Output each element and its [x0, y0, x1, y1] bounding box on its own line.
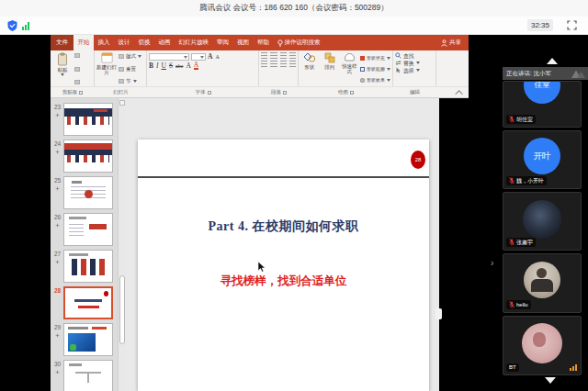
tab-file[interactable]: 文件: [51, 35, 74, 50]
indent-icon[interactable]: [280, 52, 287, 59]
slide-thumbnail-30[interactable]: [63, 360, 113, 391]
ribbon-group-labels: 剪贴板 幻灯片 字体 段落 绘图 编辑: [51, 87, 469, 98]
align-center-icon[interactable]: [270, 61, 277, 67]
scroll-down-icon[interactable]: [545, 377, 556, 384]
thumbnail-art: [92, 327, 107, 330]
fullscreen-icon[interactable]: [567, 20, 577, 30]
font-color-button[interactable]: A: [194, 61, 198, 70]
copy-icon[interactable]: [74, 67, 80, 72]
network-signal-icon[interactable]: [22, 22, 29, 30]
quick-styles-button[interactable]: 快速样式: [340, 52, 358, 85]
participant-tile[interactable]: 开叶 魏，小开叶: [503, 130, 582, 189]
slide-subtitle[interactable]: 寻找榜样，找到合适单位: [138, 274, 429, 289]
powerpoint-window: 文件 开始 插入 设计 切换 动画 幻灯片放映 审阅 视图 帮助 操作说明搜索 …: [51, 35, 469, 391]
paste-button[interactable]: 粘贴: [52, 52, 73, 85]
protection-shield-icon[interactable]: [7, 20, 17, 31]
participant-tile[interactable]: hello: [503, 253, 582, 313]
dropdown-caret-icon: [416, 69, 420, 72]
new-slide-button[interactable]: 新建幻灯片: [96, 52, 117, 85]
strikethrough-button[interactable]: abc: [175, 63, 183, 69]
slide-thumbnail-27[interactable]: [63, 250, 113, 283]
numbering-icon[interactable]: [270, 52, 277, 59]
grow-font-button[interactable]: A: [208, 52, 212, 61]
thumbnails-scrollbar[interactable]: [118, 98, 126, 391]
slide-thumbnail-26[interactable]: [63, 213, 113, 246]
cut-icon[interactable]: [74, 53, 80, 58]
reset-icon: [119, 67, 124, 72]
slide-thumbnail-23[interactable]: [63, 103, 113, 136]
animation-star-icon: [55, 186, 60, 191]
tab-help[interactable]: 帮助: [254, 35, 274, 50]
collapse-ribbon-icon[interactable]: [455, 90, 462, 97]
slide-item-24: 24: [51, 139, 118, 175]
format-painter-icon[interactable]: [74, 80, 80, 84]
shapes-label: 形状: [304, 64, 314, 70]
tab-animations[interactable]: 动画: [154, 35, 175, 50]
slide-thumbnail-29[interactable]: [63, 323, 113, 356]
character-spacing-button[interactable]: A: [186, 61, 190, 70]
font-size-select[interactable]: [191, 53, 206, 61]
participant-tile[interactable]: BT: [503, 316, 582, 375]
tellme-label: 操作说明搜索: [285, 39, 321, 47]
speaking-indicator: 正在讲话: 沈小军: [503, 67, 588, 80]
bold-button[interactable]: B: [149, 61, 153, 70]
dialog-launcher-icon[interactable]: [79, 91, 83, 95]
slide-title[interactable]: Part 4. 在校期间如何求职: [138, 218, 429, 235]
align-left-icon[interactable]: [261, 61, 267, 67]
layout-button[interactable]: 版式: [119, 53, 141, 60]
participant-name: 胡佳室: [516, 117, 533, 123]
shape-fill-icon: [360, 56, 365, 61]
participant-name: 魏，小开叶: [516, 178, 544, 184]
replace-button[interactable]: 替换: [395, 60, 434, 66]
current-slide[interactable]: 28 Part 4. 在校期间如何求职 寻找榜样，找到合适单位: [138, 140, 429, 391]
italic-button[interactable]: I: [156, 61, 159, 70]
canvas-scrollbar-thumb[interactable]: [435, 308, 442, 319]
participant-name: 张鑫宇: [516, 240, 533, 246]
section-button[interactable]: 节: [119, 78, 141, 84]
thumbnail-art: [87, 372, 89, 383]
underline-button[interactable]: U: [162, 61, 166, 70]
dialog-launcher-icon[interactable]: [208, 91, 211, 95]
bullets-icon[interactable]: [261, 52, 267, 59]
tab-view[interactable]: 视图: [233, 35, 254, 50]
shape-effects-button[interactable]: 形状效果: [360, 77, 390, 83]
line-spacing-icon[interactable]: [289, 52, 296, 59]
scrollbar-button[interactable]: [119, 100, 125, 106]
participant-tile[interactable]: 张鑫宇: [503, 192, 582, 251]
animation-star-icon: [55, 333, 60, 338]
tab-transitions[interactable]: 切换: [134, 35, 154, 50]
dialog-launcher-icon[interactable]: [350, 91, 354, 95]
shapes-button[interactable]: 形状: [300, 52, 319, 85]
shape-fill-button[interactable]: 形状填充: [360, 55, 390, 61]
slide-thumbnail-24[interactable]: [63, 140, 113, 173]
shadow-button[interactable]: S: [169, 61, 173, 70]
find-button[interactable]: 查找: [395, 52, 434, 59]
slide-thumbnail-25[interactable]: [63, 176, 113, 209]
tab-insert[interactable]: 插入: [94, 35, 114, 50]
align-right-icon[interactable]: [280, 61, 287, 67]
reset-button[interactable]: 重置: [119, 66, 141, 73]
tab-review[interactable]: 审阅: [213, 35, 233, 50]
shrink-font-button[interactable]: A: [215, 54, 219, 60]
slide-divider-line: [138, 176, 429, 178]
slide-thumbnail-28-selected[interactable]: [63, 286, 113, 319]
select-button[interactable]: 选择: [395, 67, 434, 73]
slides-group-label: 幻灯片: [113, 89, 129, 95]
shape-outline-button[interactable]: 形状轮廓: [360, 66, 390, 72]
tab-slideshow[interactable]: 幻灯片放映: [175, 35, 213, 50]
thumbnail-art: [68, 327, 88, 330]
tab-home[interactable]: 开始: [74, 35, 94, 50]
panel-collapse-icon[interactable]: ›: [491, 259, 493, 268]
dropdown-caret-icon: [387, 68, 390, 71]
dialog-launcher-icon[interactable]: [283, 91, 287, 95]
participant-tile[interactable]: 佳室 胡佳室: [503, 81, 582, 128]
scrollbar-thumb[interactable]: [119, 275, 125, 344]
arrange-button[interactable]: 排列: [321, 52, 339, 85]
font-name-select[interactable]: [149, 53, 189, 61]
scroll-up-icon[interactable]: [547, 58, 558, 64]
justify-icon[interactable]: [289, 61, 296, 67]
share-button[interactable]: 共享: [434, 35, 469, 50]
new-slide-label: 新建幻灯片: [96, 64, 117, 75]
tellme-search[interactable]: 操作说明搜索: [274, 35, 324, 50]
tab-design[interactable]: 设计: [114, 35, 134, 50]
